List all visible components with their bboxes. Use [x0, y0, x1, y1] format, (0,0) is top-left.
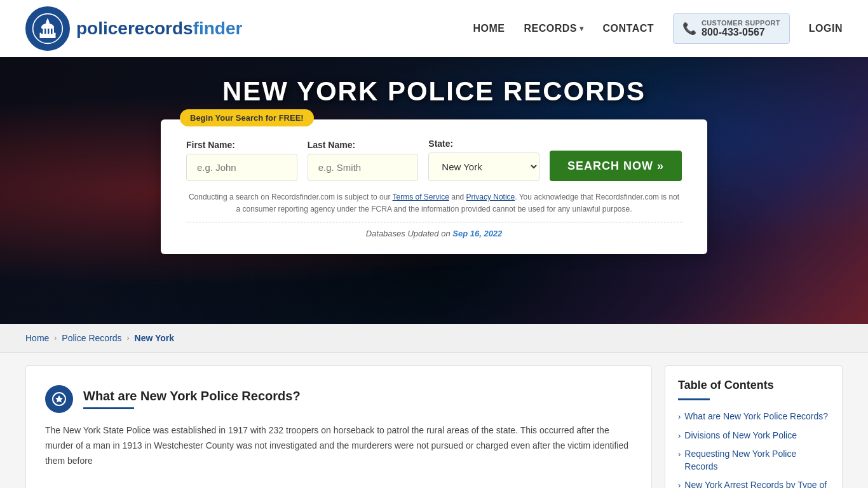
toc-divider: [678, 398, 710, 400]
logo-text: policerecordsfinder: [76, 18, 242, 39]
nav-home[interactable]: HOME: [473, 23, 505, 34]
breadcrumb-sep-2: ›: [127, 334, 130, 342]
search-fields: First Name: Last Name: State: AlabamaAla…: [186, 139, 682, 181]
toc-item: › New York Arrest Records by Type of: [678, 479, 829, 488]
hero-section: NEW YORK POLICE RECORDS Begin Your Searc…: [0, 57, 868, 324]
article-section: What are New York Police Records? The Ne…: [25, 365, 652, 488]
first-name-group: First Name:: [186, 140, 297, 181]
main-content: What are New York Police Records? The Ne…: [0, 353, 868, 488]
svg-rect-6: [41, 29, 43, 34]
svg-rect-7: [44, 29, 46, 34]
breadcrumb-sep-1: ›: [54, 334, 57, 342]
hero-title: NEW YORK POLICE RECORDS: [222, 76, 646, 107]
records-chevron-icon: ▾: [580, 24, 584, 33]
toc-box: Table of Contents › What are New York Po…: [665, 365, 843, 488]
toc-link[interactable]: What are New York Police Records?: [684, 410, 828, 423]
state-group: State: AlabamaAlaskaArizonaArkansasCalif…: [428, 139, 539, 181]
main-nav: HOME RECORDS ▾ CONTACT 📞 CUSTOMER SUPPOR…: [473, 13, 843, 44]
disclaimer-text: Conducting a search on Recordsfinder.com…: [186, 191, 682, 215]
header: policerecordsfinder HOME RECORDS ▾ CONTA…: [0, 0, 868, 57]
support-text: CUSTOMER SUPPORT 800-433-0567: [702, 19, 780, 38]
phone-icon: 📞: [682, 22, 696, 36]
article-icon: [45, 385, 73, 413]
sidebar: Table of Contents › What are New York Po…: [665, 365, 843, 488]
toc-item: › Divisions of New York Police: [678, 430, 829, 442]
state-label: State:: [428, 139, 539, 149]
privacy-link[interactable]: Privacy Notice: [466, 193, 515, 201]
article-title-underline: [83, 407, 134, 409]
toc-item: › What are New York Police Records?: [678, 410, 829, 423]
toc-title: Table of Contents: [678, 379, 829, 392]
toc-link[interactable]: Divisions of New York Police: [684, 430, 797, 442]
svg-rect-8: [48, 29, 50, 34]
state-select[interactable]: AlabamaAlaskaArizonaArkansasCaliforniaCo…: [428, 152, 539, 181]
db-updated: Databases Updated on Sep 16, 2022: [186, 222, 682, 238]
toc-item: › Requesting New York Police Records: [678, 448, 829, 473]
search-button[interactable]: SEARCH NOW »: [550, 151, 682, 181]
search-card: Begin Your Search for FREE! First Name: …: [161, 119, 707, 254]
toc-chevron-icon: ›: [678, 412, 681, 421]
article-title: What are New York Police Records?: [83, 389, 301, 403]
nav-login[interactable]: LOGIN: [809, 23, 843, 34]
last-name-input[interactable]: [308, 154, 419, 181]
toc-link[interactable]: New York Arrest Records by Type of: [684, 479, 827, 488]
customer-support-box[interactable]: 📞 CUSTOMER SUPPORT 800-433-0567: [673, 13, 790, 44]
toc-chevron-icon: ›: [678, 431, 681, 440]
breadcrumb: Home › Police Records › New York: [0, 324, 868, 353]
article-header: What are New York Police Records?: [45, 385, 632, 413]
nav-records[interactable]: RECORDS ▾: [524, 23, 584, 34]
first-name-input[interactable]: [186, 154, 297, 181]
breadcrumb-police-records[interactable]: Police Records: [62, 333, 121, 343]
toc-chevron-icon: ›: [678, 480, 681, 488]
toc-link[interactable]: Requesting New York Police Records: [684, 448, 829, 473]
terms-link[interactable]: Terms of Service: [393, 193, 449, 201]
article-body: The New York State Police was establishe…: [45, 423, 632, 468]
first-name-label: First Name:: [186, 140, 297, 150]
breadcrumb-current: New York: [135, 333, 175, 343]
nav-contact[interactable]: CONTACT: [603, 23, 654, 34]
free-badge: Begin Your Search for FREE!: [180, 109, 314, 126]
logo-icon: [25, 6, 70, 51]
toc-chevron-icon: ›: [678, 449, 681, 459]
last-name-group: Last Name:: [308, 140, 419, 181]
svg-rect-9: [51, 29, 53, 34]
logo[interactable]: policerecordsfinder: [25, 6, 242, 51]
badge-icon: [51, 391, 67, 407]
last-name-label: Last Name:: [308, 140, 419, 150]
breadcrumb-home[interactable]: Home: [25, 333, 49, 343]
article-title-block: What are New York Police Records?: [83, 389, 301, 409]
toc-list: › What are New York Police Records?› Div…: [678, 410, 829, 488]
